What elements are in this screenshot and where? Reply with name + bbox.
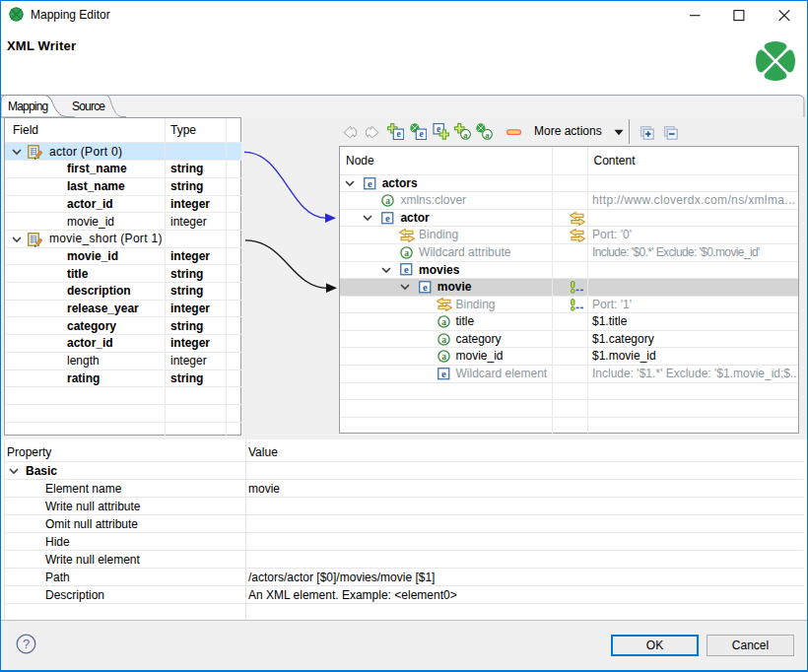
svg-text:a: a <box>404 248 409 258</box>
svg-text:e: e <box>385 212 390 223</box>
svg-text:e: e <box>440 368 445 378</box>
svg-text:e: e <box>396 130 400 140</box>
svg-text:e: e <box>423 282 428 293</box>
svg-text:a: a <box>441 352 446 362</box>
svg-text:e: e <box>419 130 423 140</box>
svg-text:a: a <box>463 130 468 140</box>
svg-text:a: a <box>441 317 446 327</box>
svg-text:a: a <box>485 130 490 140</box>
svg-text:?: ? <box>23 637 30 651</box>
svg-text:e: e <box>368 177 372 188</box>
svg-text:a: a <box>386 196 391 206</box>
svg-text:e: e <box>404 264 409 275</box>
svg-text:a: a <box>441 334 446 344</box>
